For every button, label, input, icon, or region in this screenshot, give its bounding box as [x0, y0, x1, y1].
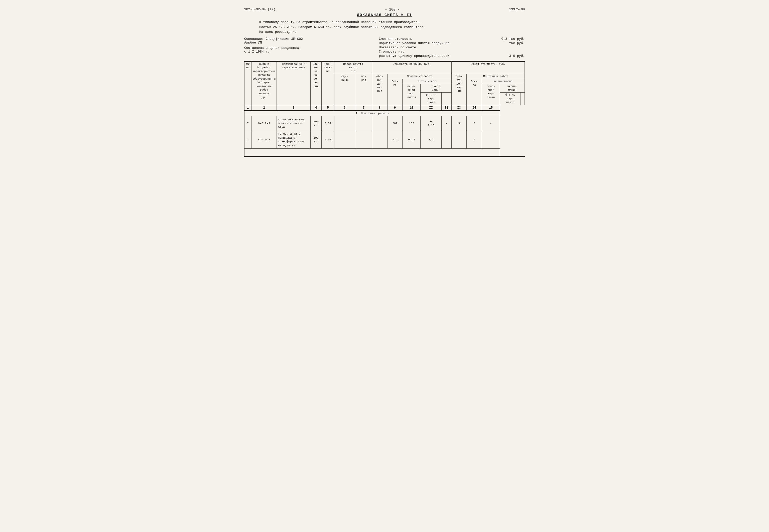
col-header-ed: Еди-ни-цаиз-ме-ре-ния [310, 62, 322, 105]
desc-line3: На электроосвещение [259, 30, 510, 35]
stoimost-label: Стоимость на: [379, 50, 522, 54]
col-num-5: 5 [322, 105, 334, 111]
description-block: К типовому проекту на строительство кана… [259, 20, 510, 35]
col-header-montazh: Монтажных работ [387, 74, 451, 79]
col-header-osn2: осно-внойзар-платы [482, 84, 500, 105]
main-table: №№пп Шифр и№ прейс-характеристикакуранта… [244, 62, 525, 156]
cell-mont2-eksp-2 [482, 131, 500, 148]
col-header-massa-ob: об-щая [355, 74, 372, 105]
info-left-line4: с 1.I.1984 г. [244, 50, 370, 54]
doc-number: 19975-09 [509, 8, 525, 11]
col-num-7: 7 [355, 105, 372, 111]
col-header-nn: №№пп [245, 62, 252, 105]
cell-mont2-vse-2 [451, 131, 467, 148]
col-num-14: I4 [467, 105, 482, 111]
col-header-vtom2: в том числе [482, 79, 525, 84]
cell-massa-ob-2 [355, 131, 372, 148]
cell-mont-eksp-2: 3,2 [421, 131, 441, 148]
cell-num-2: 2 [245, 131, 252, 148]
col-num-4: 4 [310, 105, 322, 111]
col-header-vse: Все-го [387, 79, 403, 105]
col-num-13: I3 [451, 105, 467, 111]
cell-mont2-vse: 3 [451, 116, 467, 131]
col-num-10: 10 [403, 105, 421, 111]
cell-mont-eksp: 62,13 [421, 116, 441, 131]
col-header-eksp2-vse: б т.ч.зар-плата [500, 93, 521, 105]
page-header: 902-I-92-84 (IX) - 100 - 19975-09 ЛОКАЛЬ… [244, 8, 525, 58]
cell-ed: 100шт [310, 116, 322, 131]
col-header-eksp: эксплмашин [421, 84, 451, 93]
cell-kol: 0,01 [322, 116, 334, 131]
cell-obo-2 [372, 131, 387, 148]
desc-line2: ностью 25-173 м3/ч, напором 6-65м при вс… [259, 25, 510, 30]
empty-row [245, 148, 525, 156]
main-table-wrapper: №№пп Шифр и№ прейс-характеристикакуранта… [244, 61, 525, 157]
info-left-line2: Альбом УП [244, 41, 370, 45]
document-title: ЛОКАЛЬНАЯ СМЕТА № II [244, 13, 525, 17]
col-header-vtom: в том числе [403, 79, 451, 84]
cell-mont2-eksp: - [482, 116, 500, 131]
smetnaya-value: 0,3 тыс.руб. [501, 37, 525, 41]
col-num-1: 1 [245, 105, 252, 111]
cell-mont-osn-2: 94,3 [403, 131, 421, 148]
cell-ed-2: 100шт [310, 131, 322, 148]
info-left-line3: Составлена в ценах введенных [244, 46, 370, 50]
col-num-6: 6 [334, 105, 355, 111]
col-num-3: 3 [277, 105, 310, 111]
rashod-value: -3,0 руб. [507, 54, 525, 58]
cell-obo2-2 [441, 131, 451, 148]
table-row: 2 8-610-2 То же, щита с понижающим транс… [245, 131, 525, 148]
cell-kol-2: 0,01 [322, 131, 334, 148]
col-header-osn: осно-внойзар-платы [403, 84, 421, 105]
col-header-eksp-vse: в т.ч.зар-плата [421, 93, 441, 105]
cell-mont2-osn-2: 1 [467, 131, 482, 148]
cell-num: I [245, 116, 252, 131]
section-row-1: I. Монтажные работы [245, 111, 525, 116]
cell-obo2: - [441, 116, 451, 131]
cell-mont-osn: 162 [403, 116, 421, 131]
table-row: I 8-612-9 Установка щитка осветительного… [245, 116, 525, 131]
col-header-kol: Коли-чест-во [322, 62, 334, 105]
cell-naim: Установка щитка осветительного ОЩ-6 [277, 116, 310, 131]
section-title-1: I. Монтажные работы [245, 111, 500, 116]
info-section: Основание: Спецификация ЭМ.С02 Альбом УП… [244, 37, 525, 58]
col-header-montazh2: Монтажных работ [467, 74, 525, 79]
page-number: - 100 - [385, 8, 400, 12]
smetnaya-label: Сметная стоимость [379, 37, 499, 41]
normat-label: Нормативная условно-чистая продукция [379, 41, 507, 45]
cell-massa-ob [355, 116, 372, 131]
col-header-stoimost-ob: Общая стоимость, руб. [451, 62, 524, 74]
col-header-eksp-vt [441, 93, 451, 105]
cell-massa-ed [334, 116, 355, 131]
info-left-line1: Основание: Спецификация ЭМ.С02 [244, 37, 370, 41]
col-num-12: I2 [441, 105, 451, 111]
col-num-8: 8 [372, 105, 387, 111]
col-header-vse2: Все-го [467, 79, 482, 105]
col-num-15: 15 [482, 105, 500, 111]
info-left: Основание: Спецификация ЭМ.С02 Альбом УП… [244, 37, 370, 58]
normat-value: тыс.руб. [509, 41, 525, 45]
desc-line1: К типовому проекту на строительство кана… [259, 20, 510, 25]
cell-mont-vse: 262 [387, 116, 403, 131]
cell-shifr-2: 8-610-2 [251, 131, 277, 148]
col-header-eksp2: экспл.машин [500, 84, 525, 93]
rashod-label: расчетную единицу производительности [379, 54, 505, 58]
column-numbers-row: 1 2 3 4 5 6 7 8 9 10 II I2 I3 I4 15 [245, 105, 525, 111]
pokazat-label: Показатели по смете [379, 46, 522, 49]
cell-mont-vse-2: 179 [387, 131, 403, 148]
col-header-massa: Масса бруттонеттов т [334, 62, 372, 74]
info-right: Сметная стоимость 0,3 тыс.руб. Нормативн… [379, 37, 525, 58]
cell-shifr: 8-612-9 [251, 116, 277, 131]
col-header-massa-ed: еди-ницы [334, 74, 355, 105]
col-num-9: 9 [387, 105, 403, 111]
col-header-shifr: Шифр и№ прейс-характеристикакуранта обор… [251, 62, 277, 105]
header-row-1: №№пп Шифр и№ прейс-характеристикакуранта… [245, 62, 525, 74]
cell-massa-ed-2 [334, 131, 355, 148]
col-header-obo: обо-ру-до-ва-ния [372, 74, 387, 105]
col-num-2: 2 [251, 105, 277, 111]
col-header-eksp2-vt [521, 93, 525, 105]
col-num-11: II [421, 105, 441, 111]
col-header-obo2: обо-ру-до-ва-ния [451, 74, 467, 105]
doc-ref: 902-I-92-84 (IX) [244, 8, 276, 11]
cell-naim-2: То же, щита с понижающим трансформатором… [277, 131, 310, 148]
